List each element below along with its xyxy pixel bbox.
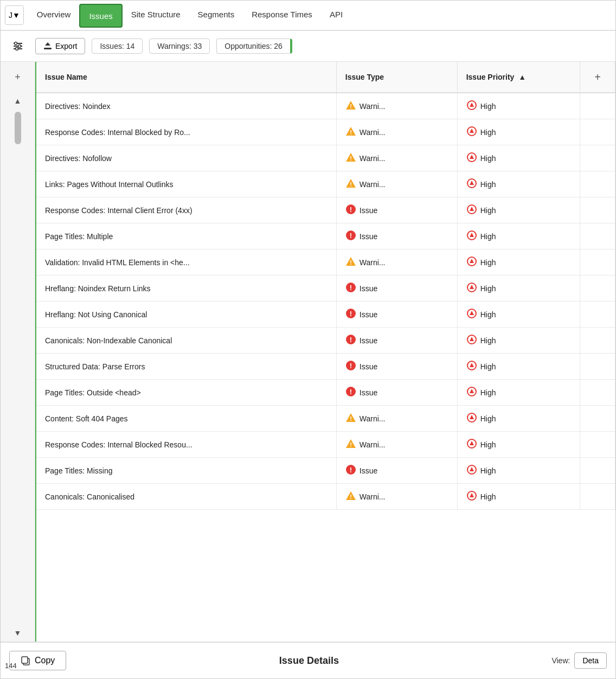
svg-marker-67: [470, 467, 474, 471]
issue-type-cell: ! Warni...: [336, 171, 457, 197]
sidebar-scroll-track: [1, 110, 35, 624]
table-scroll-wrapper[interactable]: Issue Name Issue Type Issue Priority ▲ +: [36, 62, 615, 642]
issue-priority-cell: High: [457, 484, 580, 510]
warning-icon: !: [345, 152, 356, 164]
issue-icon: !: [345, 282, 356, 294]
issue-priority-cell: High: [457, 145, 580, 171]
table-row[interactable]: Content: Soft 404 Pages ! Warni... High: [36, 406, 615, 432]
tab-overview[interactable]: Overview: [28, 0, 80, 30]
issue-name-cell: Directives: Nofollow: [36, 145, 336, 171]
table-row[interactable]: Response Codes: Internal Blocked by Ro..…: [36, 119, 615, 145]
table-row[interactable]: Canonicals: Non-Indexable Canonical ! Is…: [36, 328, 615, 354]
table-row[interactable]: Response Codes: Internal Blocked Resou..…: [36, 432, 615, 458]
chevron-down-icon: ▼: [12, 11, 20, 20]
issue-priority-cell: High: [457, 249, 580, 276]
svg-marker-55: [470, 389, 474, 393]
svg-text:!: !: [350, 181, 352, 188]
col-header-issue-type: Issue Type: [336, 62, 457, 93]
col-header-issue-name: Issue Name: [36, 62, 336, 93]
priority-high-icon: [466, 438, 477, 451]
warning-icon: !: [345, 257, 356, 268]
deta-view-button[interactable]: Deta: [574, 652, 607, 669]
col-header-issue-priority[interactable]: Issue Priority ▲: [457, 62, 580, 93]
table-row[interactable]: Canonicals: Canonicalised ! Warni... Hig…: [36, 484, 615, 510]
sidebar-add-button[interactable]: +: [7, 66, 29, 88]
svg-text:!: !: [350, 441, 352, 448]
svg-marker-27: [470, 207, 474, 211]
priority-high-icon: [466, 100, 477, 112]
filter-icon[interactable]: [7, 35, 29, 57]
issue-type-cell: ! Issue: [336, 197, 457, 223]
issues-count-badge[interactable]: Issues: 14: [92, 39, 143, 54]
svg-text:!: !: [350, 466, 352, 474]
tab-issues[interactable]: Issues: [79, 4, 122, 28]
svg-text:!: !: [350, 232, 352, 240]
table-row[interactable]: Structured Data: Parse Errors ! Issue Hi…: [36, 354, 615, 380]
svg-text:!: !: [350, 415, 352, 422]
issue-icon: !: [345, 230, 356, 242]
table-row[interactable]: Hreflang: Noindex Return Links ! Issue H…: [36, 276, 615, 302]
warning-icon: !: [345, 178, 356, 190]
view-section: View: Deta: [551, 652, 607, 669]
table-row[interactable]: Validation: Invalid HTML Elements in <he…: [36, 249, 615, 276]
opportunities-count-badge[interactable]: Opportunities: 26: [216, 39, 292, 54]
table-row[interactable]: Directives: Noindex ! Warni... High: [36, 93, 615, 119]
svg-text:!: !: [350, 336, 352, 344]
priority-high-icon: [466, 230, 477, 242]
svg-text:!: !: [350, 206, 352, 214]
issue-priority-cell: High: [457, 302, 580, 328]
warning-icon: !: [345, 491, 356, 502]
issue-icon: !: [345, 308, 356, 321]
svg-marker-23: [470, 181, 474, 185]
issue-name-cell: Links: Pages Without Internal Outlinks: [36, 171, 336, 197]
warnings-count-badge[interactable]: Warnings: 33: [149, 39, 210, 54]
warning-icon: !: [345, 126, 356, 138]
table-row[interactable]: Response Codes: Internal Client Error (4…: [36, 197, 615, 223]
tab-response-times[interactable]: Response Times: [243, 0, 321, 30]
table-row[interactable]: Page Titles: Missing ! Issue High: [36, 458, 615, 484]
project-dropdown[interactable]: J ▼: [5, 5, 24, 25]
issue-priority-cell: High: [457, 171, 580, 197]
svg-text:!: !: [350, 388, 352, 396]
issue-name-cell: Response Codes: Internal Blocked by Ro..…: [36, 119, 336, 145]
table-row[interactable]: Page Titles: Outside <head> ! Issue High: [36, 380, 615, 406]
export-icon: [43, 42, 52, 50]
add-column-button[interactable]: +: [589, 68, 606, 86]
warning-icon: !: [345, 439, 356, 450]
sidebar-scroll-up[interactable]: ▲: [7, 92, 29, 110]
issues-table-body: Directives: Noindex ! Warni... HighRespo…: [36, 93, 615, 510]
table-row[interactable]: Links: Pages Without Internal Outlinks !…: [36, 171, 615, 197]
issue-name-cell: Canonicals: Canonicalised: [36, 484, 336, 510]
issue-type-cell: ! Issue: [336, 223, 457, 249]
copy-button[interactable]: Copy: [9, 651, 66, 670]
priority-high-icon: [466, 204, 477, 216]
priority-high-icon: [466, 386, 477, 399]
svg-point-4: [18, 45, 21, 48]
svg-rect-73: [22, 657, 28, 663]
top-navigation: J ▼ Overview Issues Site Structure Segme…: [1, 1, 615, 31]
table-row[interactable]: Directives: Nofollow ! Warni... High: [36, 145, 615, 171]
tab-api[interactable]: API: [321, 0, 351, 30]
sidebar-scroll-down[interactable]: ▼: [7, 624, 29, 642]
table-row[interactable]: Hreflang: Not Using Canonical ! Issue Hi…: [36, 302, 615, 328]
tab-site-structure[interactable]: Site Structure: [123, 0, 189, 30]
issue-name-cell: Response Codes: Internal Blocked Resou..…: [36, 432, 336, 458]
svg-point-3: [15, 42, 17, 45]
tab-segments[interactable]: Segments: [189, 0, 243, 30]
svg-text:!: !: [350, 103, 352, 110]
table-row[interactable]: Page Titles: Multiple ! Issue High: [36, 223, 615, 249]
svg-marker-59: [470, 415, 474, 419]
issue-name-cell: Page Titles: Multiple: [36, 223, 336, 249]
issue-icon: !: [345, 334, 356, 347]
export-button[interactable]: Export: [35, 38, 85, 54]
svg-marker-11: [470, 103, 474, 107]
issue-type-cell: ! Issue: [336, 328, 457, 354]
priority-high-icon: [466, 256, 477, 268]
issue-priority-cell: High: [457, 354, 580, 380]
sidebar-scroll-thumb[interactable]: [15, 112, 21, 144]
svg-marker-7: [45, 42, 50, 46]
issue-name-cell: Response Codes: Internal Client Error (4…: [36, 197, 336, 223]
issue-type-cell: ! Issue: [336, 458, 457, 484]
row-counter: 144: [5, 662, 17, 670]
issue-type-cell: ! Warni...: [336, 484, 457, 510]
